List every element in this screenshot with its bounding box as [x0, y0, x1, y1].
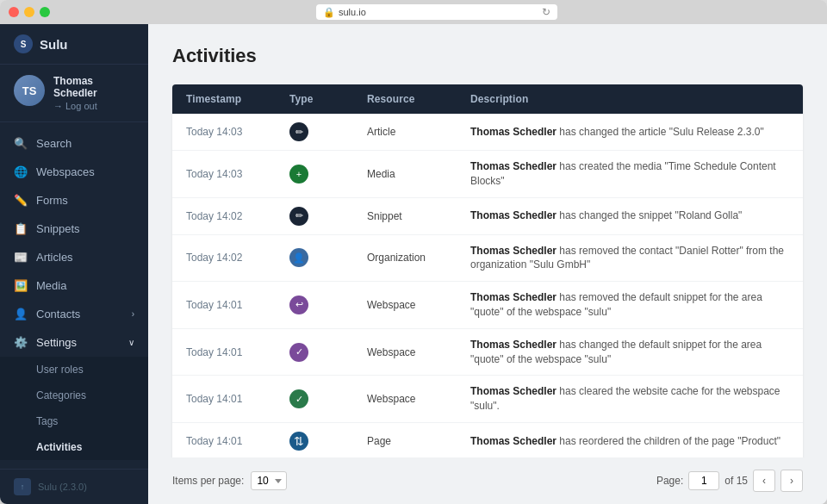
sidebar-item-webspaces[interactable]: 🌐 Webspaces	[0, 158, 148, 186]
of-total-pages: of 15	[724, 475, 748, 487]
search-icon: 🔍	[14, 137, 28, 150]
type-cell: ↩	[289, 296, 367, 314]
timestamp: Today 14:03	[186, 126, 289, 138]
items-per-page-label: Items per page:	[172, 475, 244, 487]
sidebar-item-settings[interactable]: ⚙️ Settings ∨	[0, 328, 148, 357]
sidebar-item-categories[interactable]: Categories	[0, 383, 148, 408]
type-icon-org: 👤	[289, 248, 308, 267]
resource: Webspace	[367, 346, 470, 358]
col-timestamp: Timestamp	[186, 93, 289, 105]
timestamp: Today 14:01	[186, 393, 289, 405]
table-row: Today 14:02 ✏ Snippet Thomas Schedler ha…	[172, 198, 803, 235]
col-type: Type	[289, 93, 367, 105]
table-row: Today 14:01 ✓ Webspace Thomas Schedler h…	[172, 329, 803, 376]
sidebar-item-settings-label: Settings	[36, 336, 77, 349]
sidebar-item-user-roles[interactable]: User roles	[0, 357, 148, 383]
type-cell: ✏	[289, 122, 367, 141]
table-row: Today 14:01 ✓ Webspace Thomas Schedler h…	[172, 376, 803, 423]
type-cell: ⇅	[289, 432, 367, 451]
type-cell: 👤	[289, 248, 367, 267]
avatar-initials: TS	[22, 84, 37, 97]
table-row: Today 14:01 ↩ Webspace Thomas Schedler h…	[172, 282, 803, 329]
url-text: sulu.io	[339, 7, 366, 17]
sidebar-item-forms-label: Forms	[36, 194, 68, 207]
logout-icon: →	[53, 101, 63, 111]
resource: Webspace	[367, 393, 470, 405]
sidebar-item-search[interactable]: 🔍 Search	[0, 129, 148, 158]
next-page-button[interactable]: ›	[780, 470, 803, 492]
description: Thomas Schedler has created the media "T…	[470, 159, 789, 189]
content-area: Activities Timestamp Type Resource Descr…	[148, 24, 827, 457]
forms-icon: ✏️	[14, 194, 28, 207]
sidebar-item-snippets-label: Snippets	[36, 222, 80, 235]
minimize-button[interactable]	[24, 7, 34, 17]
sidebar-item-media[interactable]: 🖼️ Media	[0, 271, 148, 300]
sidebar-item-media-label: Media	[36, 279, 66, 292]
app-window: 🔒 sulu.io ↻ S Sulu TS Thomas Schedler →	[0, 0, 827, 504]
timestamp: Today 14:01	[186, 299, 289, 311]
page-title: Activities	[172, 45, 803, 67]
webspaces-icon: 🌐	[14, 165, 28, 178]
type-icon-webspace1: ↩	[289, 296, 308, 314]
sidebar-item-activities[interactable]: Activities	[0, 434, 148, 460]
sidebar-item-search-label: Search	[36, 137, 72, 150]
sidebar-item-snippets[interactable]: 📋 Snippets	[0, 215, 148, 243]
type-cell: ✓	[289, 343, 367, 362]
url-bar[interactable]: 🔒 sulu.io ↻	[316, 4, 557, 20]
settings-submenu: User roles Categories Tags Activities	[0, 357, 148, 460]
resource: Page	[367, 435, 470, 447]
resource: Snippet	[367, 210, 470, 222]
settings-icon: ⚙️	[14, 336, 28, 349]
resource: Webspace	[367, 299, 470, 311]
titlebar-url-area: 🔒 sulu.io ↻	[55, 4, 818, 20]
type-icon-webspace2: ✓	[289, 343, 308, 362]
resource: Article	[367, 126, 470, 138]
timestamp: Today 14:03	[186, 168, 289, 180]
avatar: TS	[14, 75, 45, 106]
type-icon-webspace3: ✓	[289, 389, 308, 408]
page-label: Page:	[656, 475, 683, 487]
refresh-icon[interactable]: ↻	[542, 6, 550, 18]
sidebar-item-contacts[interactable]: 👤 Contacts ›	[0, 300, 148, 328]
snippets-icon: 📋	[14, 222, 28, 235]
sidebar-item-tags[interactable]: Tags	[0, 408, 148, 434]
sidebar-item-articles[interactable]: 📰 Articles	[0, 243, 148, 271]
col-resource: Resource	[367, 93, 470, 105]
type-icon-snippet: ✏	[289, 207, 308, 226]
type-icon-article: ✏	[289, 122, 308, 141]
sidebar-nav: 🔍 Search 🌐 Webspaces ✏️ Forms 📋 Snippets…	[0, 122, 148, 469]
sidebar-item-webspaces-label: Webspaces	[36, 165, 95, 178]
sidebar-item-forms[interactable]: ✏️ Forms	[0, 186, 148, 215]
items-per-page-select[interactable]: 10 5 25 50	[251, 471, 287, 490]
logout-button[interactable]: → Log out	[53, 101, 134, 111]
maximize-button[interactable]	[40, 7, 50, 17]
description: Thomas Schedler has changed the article …	[470, 125, 789, 140]
description: Thomas Schedler has changed the snippet …	[470, 208, 789, 223]
sidebar: S Sulu TS Thomas Schedler → Log out 🔍	[0, 24, 148, 504]
articles-icon: 📰	[14, 251, 28, 264]
timestamp: Today 14:02	[186, 210, 289, 222]
col-description: Description	[470, 93, 789, 105]
timestamp: Today 14:02	[186, 252, 289, 264]
brand-label: Sulu	[40, 37, 68, 52]
contacts-expand-icon: ›	[132, 309, 134, 319]
main-content: Activities Timestamp Type Resource Descr…	[148, 24, 827, 504]
type-icon-media: +	[289, 165, 308, 184]
lock-icon: 🔒	[323, 7, 335, 18]
type-cell: ✏	[289, 207, 367, 226]
sidebar-version: ↑ Sulu (2.3.0)	[0, 469, 148, 504]
contacts-icon: 👤	[14, 308, 28, 320]
page-controls: Page: of 15 ‹ ›	[656, 470, 803, 492]
prev-page-button[interactable]: ‹	[753, 470, 775, 492]
description: Thomas Schedler has reordered the childr…	[470, 434, 789, 449]
user-section: TS Thomas Schedler → Log out	[0, 65, 148, 122]
description: Thomas Schedler has cleared the website …	[470, 384, 789, 414]
version-label: Sulu (2.3.0)	[38, 482, 87, 492]
settings-expand-icon: ∨	[128, 338, 134, 347]
sidebar-item-contacts-label: Contacts	[36, 308, 80, 320]
version-icon: ↑	[14, 478, 31, 495]
close-button[interactable]	[9, 7, 19, 17]
type-cell: ✓	[289, 389, 367, 408]
user-name: Thomas Schedler	[53, 75, 134, 99]
page-number-input[interactable]	[688, 471, 719, 490]
